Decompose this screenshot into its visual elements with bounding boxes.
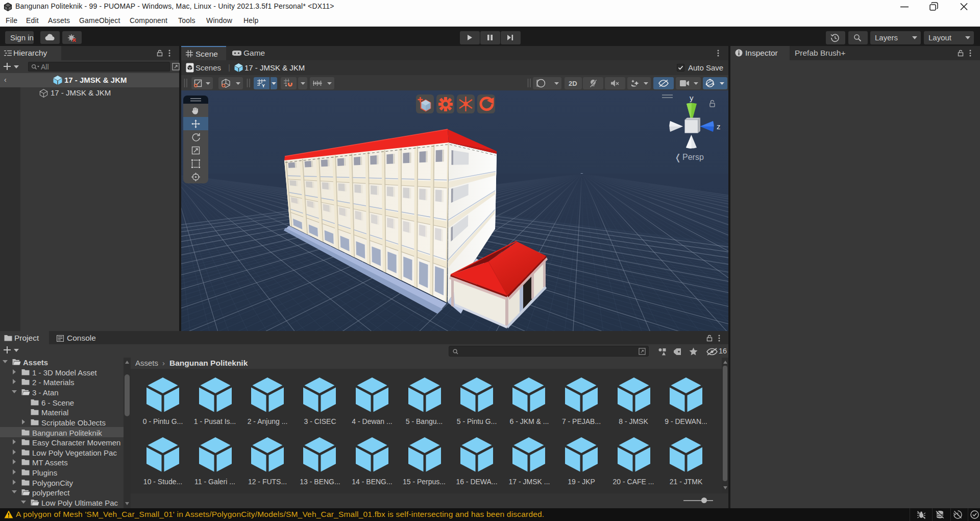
svg-text:y: y	[690, 93, 694, 102]
svg-text:Y: Y	[262, 83, 265, 88]
svg-text:z: z	[717, 122, 721, 131]
